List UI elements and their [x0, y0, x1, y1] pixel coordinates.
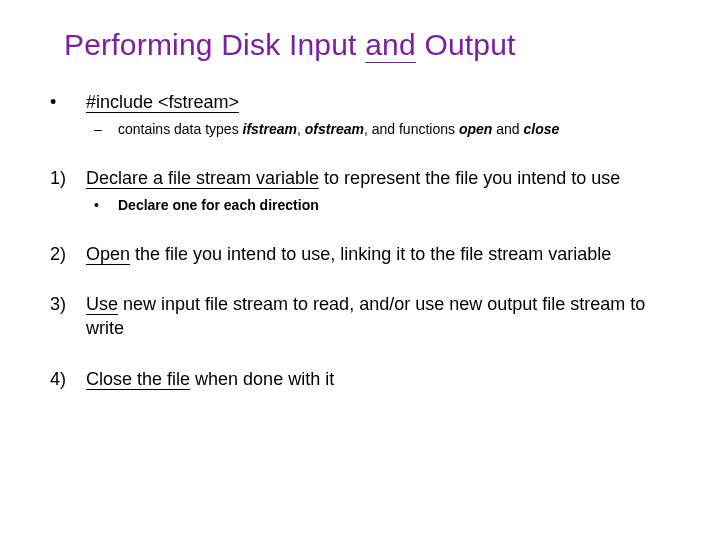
list-item: #include <fstream>contains data types if…: [50, 90, 670, 140]
underlined-text: Use: [86, 294, 118, 315]
underlined-text: Open: [86, 244, 130, 265]
list-item: Open the file you intend to use, linking…: [50, 242, 670, 266]
sub-list: Declare one for each direction: [86, 196, 670, 216]
list-item: Use new input file stream to read, and/o…: [50, 292, 670, 341]
slide: Performing Disk Input and Output #includ…: [0, 0, 720, 540]
bullet-list: #include <fstream>contains data types if…: [50, 90, 670, 391]
text-run: contains data types: [118, 121, 243, 137]
text-run: when done with it: [190, 369, 334, 389]
list-item: Declare a file stream variable to repres…: [50, 166, 670, 216]
title-underline: and: [365, 28, 416, 63]
list-item-body: Open the file you intend to use, linking…: [86, 242, 670, 266]
italic-text: open: [459, 121, 492, 137]
text-run: to represent the file you intend to use: [319, 168, 620, 188]
italic-text: close: [523, 121, 559, 137]
sub-list-item: contains data types ifstream, ofstream, …: [86, 120, 670, 140]
list-item: Close the file when done with it: [50, 367, 670, 391]
slide-title: Performing Disk Input and Output: [64, 28, 670, 62]
title-post: Output: [416, 28, 516, 61]
text-run: , and functions: [364, 121, 459, 137]
list-item-body: Close the file when done with it: [86, 367, 670, 391]
sub-list: contains data types ifstream, ofstream, …: [86, 120, 670, 140]
text-run: ,: [297, 121, 305, 137]
list-item-body: Use new input file stream to read, and/o…: [86, 292, 670, 341]
underlined-text: Close the file: [86, 369, 190, 390]
bold-text: Declare one for each direction: [118, 197, 319, 213]
text-run: new input file stream to read, and/or us…: [86, 294, 645, 338]
title-pre: Performing Disk Input: [64, 28, 365, 61]
underlined-text: #include <fstream>: [86, 92, 239, 113]
italic-text: ifstream: [243, 121, 297, 137]
list-item-body: Declare a file stream variable to repres…: [86, 166, 670, 190]
underlined-text: Declare a file stream variable: [86, 168, 319, 189]
sub-list-item: Declare one for each direction: [86, 196, 670, 216]
italic-text: ofstream: [305, 121, 364, 137]
list-item-body: #include <fstream>: [86, 90, 670, 114]
text-run: the file you intend to use, linking it t…: [130, 244, 611, 264]
text-run: and: [492, 121, 523, 137]
